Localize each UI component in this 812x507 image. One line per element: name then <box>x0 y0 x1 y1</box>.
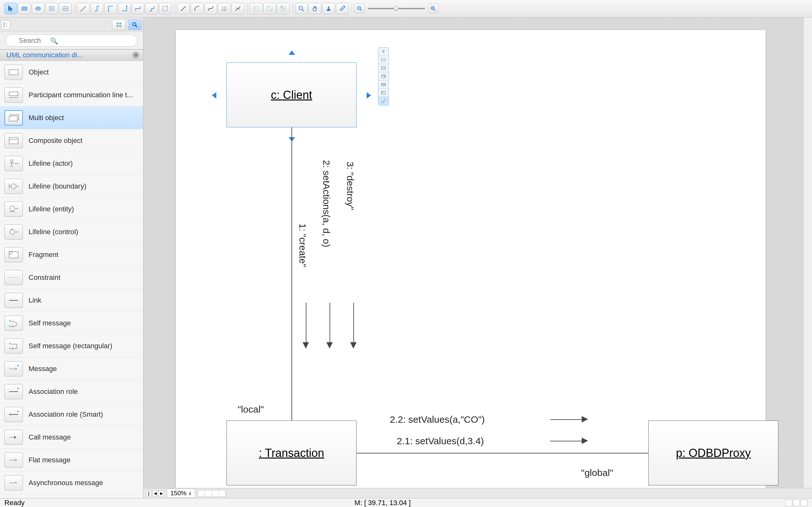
svg-rect-86 <box>382 59 386 61</box>
link-client-transaction[interactable] <box>292 127 292 421</box>
object-client[interactable]: c: Client <box>226 62 357 127</box>
zoom-stepper[interactable]: ▲▼ <box>189 491 192 496</box>
line-4[interactable] <box>218 3 231 14</box>
palette-multi-object[interactable]: Multi object <box>0 107 143 129</box>
group-3[interactable] <box>277 3 290 14</box>
tree-toggle[interactable] <box>1 20 10 29</box>
object-transaction[interactable]: : Transaction <box>226 420 357 486</box>
palette-lifeline-entity[interactable]: Lifeline (entity) <box>0 198 143 221</box>
group-2[interactable] <box>263 3 276 14</box>
palette-label: Lifeline (control) <box>29 228 78 236</box>
eyedrop-tool[interactable] <box>336 3 349 14</box>
object-icon <box>4 65 23 80</box>
ctx-frag[interactable] <box>378 89 389 97</box>
ctx-rect[interactable] <box>378 56 389 64</box>
link-icon <box>4 293 23 308</box>
table-tool[interactable] <box>59 3 72 14</box>
vertical-scrollbar[interactable] <box>803 17 812 488</box>
ctx-header[interactable] <box>378 64 389 72</box>
self-message-rect-icon <box>4 338 23 354</box>
rect-tool[interactable] <box>18 3 31 14</box>
palette-self-message-rect[interactable]: Self message (rectangular) <box>0 335 143 357</box>
zoom-out-button[interactable] <box>355 4 365 13</box>
palette-flat-message[interactable]: Flat message <box>0 449 143 471</box>
svg-rect-10 <box>108 10 109 12</box>
palette-lifeline-actor[interactable]: Lifeline (actor) <box>0 152 143 175</box>
palette-call-message[interactable]: Call message <box>0 426 143 449</box>
palette-lifeline-boundary[interactable]: Lifeline (boundary) <box>0 175 143 198</box>
status-icon-2[interactable] <box>793 500 800 506</box>
connector-2[interactable] <box>91 3 103 14</box>
pan-tool[interactable] <box>309 3 321 14</box>
hscroll-left[interactable]: ◀ <box>152 491 158 496</box>
connector-7[interactable] <box>159 3 171 14</box>
connector-6[interactable] <box>145 3 158 14</box>
palette-lifeline-control[interactable]: Lifeline (control) <box>0 221 143 243</box>
palette-association-role[interactable]: Association role <box>0 380 143 403</box>
search-input[interactable] <box>6 35 137 47</box>
connector-4[interactable] <box>118 3 131 14</box>
link-trans-proxy[interactable] <box>357 453 648 453</box>
section-close-icon[interactable]: ✕ <box>132 52 139 59</box>
hscroll-pause[interactable]: ‖ <box>146 491 152 496</box>
palette-composite-object[interactable]: Composite object <box>0 129 143 152</box>
diagram-paper[interactable]: c: Client 1: "create" 2 <box>176 30 766 488</box>
palette-label: Link <box>29 296 41 304</box>
palette-self-message[interactable]: Self message <box>0 312 143 335</box>
msg3-arrow-head <box>350 342 357 349</box>
object-proxy[interactable]: p: ODBDProxy <box>648 420 778 486</box>
line-1[interactable] <box>177 3 190 14</box>
status-icon-3[interactable] <box>801 500 808 506</box>
palette-fragment[interactable]: Fragment <box>0 243 143 266</box>
handle-up[interactable] <box>289 50 295 55</box>
zoom-slider-thumb[interactable] <box>394 6 399 11</box>
stamp-tool[interactable] <box>322 3 335 14</box>
svg-point-22 <box>281 6 282 8</box>
handle-left[interactable] <box>212 92 216 99</box>
palette-association-role-smart[interactable]: Association role (Smart) <box>0 403 143 426</box>
msg2-label: 2: setActions(a, d, o) <box>321 160 332 247</box>
msg3-label: 3: "destroy" <box>345 162 356 210</box>
zoom-in-button[interactable] <box>428 4 438 13</box>
palette-link[interactable]: Link <box>0 289 143 312</box>
svg-rect-49 <box>9 116 17 121</box>
svg-point-43 <box>133 22 136 26</box>
svg-rect-46 <box>9 92 18 96</box>
palette-message[interactable]: Message <box>0 357 143 380</box>
hscroll-right[interactable]: ▶ <box>159 491 164 496</box>
svg-rect-90 <box>382 75 385 78</box>
status-icon-1[interactable] <box>785 500 792 506</box>
page-tabs[interactable] <box>198 490 226 497</box>
ctx-comp[interactable] <box>378 80 389 89</box>
connector-3[interactable] <box>104 3 117 14</box>
canvas-scroll[interactable]: c: Client 1: "create" 2 <box>143 17 812 488</box>
group-1[interactable] <box>250 3 262 14</box>
palette-async-message[interactable]: Asynchronous message <box>0 471 143 494</box>
canvas-bottom-bar: ‖ ◀ ▶ 150% ▲▼ <box>143 488 812 498</box>
search-icon: 🔍 <box>50 37 58 45</box>
palette-participant[interactable]: Participant communication line t... <box>0 83 143 107</box>
connector-5[interactable] <box>132 3 144 14</box>
line-2[interactable] <box>191 3 203 14</box>
ctx-multi[interactable] <box>378 72 389 80</box>
grid-view-button[interactable] <box>112 19 126 30</box>
line-5[interactable] <box>232 3 244 14</box>
palette-object[interactable]: Object <box>0 61 143 83</box>
msg21-arrow-head <box>582 438 588 444</box>
handle-right[interactable] <box>367 92 371 99</box>
ctx-edit[interactable] <box>378 97 389 105</box>
zoom-tool[interactable] <box>295 3 308 14</box>
zoom-slider[interactable] <box>368 8 425 9</box>
connector-1[interactable] <box>77 3 90 14</box>
pointer-tool[interactable] <box>4 3 17 14</box>
line-3[interactable] <box>204 3 217 14</box>
ctx-actor[interactable] <box>378 48 389 56</box>
ellipse-tool[interactable] <box>32 3 44 14</box>
search-view-button[interactable] <box>128 19 142 30</box>
zoom-level[interactable]: 150% ▲▼ <box>167 489 195 498</box>
palette-constraint[interactable]: Constraint <box>0 266 143 289</box>
section-header[interactable]: UML communication di... ✕ <box>0 49 143 61</box>
svg-point-1 <box>36 7 41 10</box>
palette-label: Flat message <box>29 456 70 464</box>
text-tool[interactable] <box>45 3 58 14</box>
